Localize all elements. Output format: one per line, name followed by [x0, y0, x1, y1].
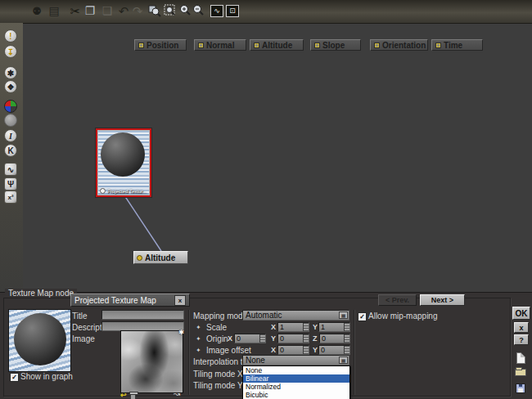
animated-star-icon: ✱	[178, 329, 184, 336]
dropdown-option-none[interactable]: None	[243, 366, 349, 374]
fork-node-icon[interactable]: Ψ	[4, 177, 17, 191]
node-type-icon	[254, 43, 259, 48]
left-sidebar: ! ↧ ✱ ❖ I K ∿ Ψ x²	[0, 23, 23, 292]
image-offset-x-input[interactable]: 0	[277, 345, 309, 355]
next-button[interactable]: Next >	[420, 294, 465, 306]
delete-image-icon[interactable]	[130, 393, 136, 399]
projected-texture-map-node[interactable]: Projected Textur...	[96, 128, 151, 197]
image-offset-label: Image offset	[206, 346, 251, 355]
list-icon[interactable]: ▤	[47, 3, 61, 18]
mapping-mode-select[interactable]: Automatic ▦	[242, 310, 349, 321]
node-preview-large	[8, 309, 71, 372]
axis-z-label: Z	[313, 334, 318, 343]
dropdown-button-icon[interactable]: ▦	[339, 356, 348, 364]
origin-x-input[interactable]: 0	[234, 334, 266, 343]
node-type-icon	[435, 43, 441, 48]
palette-button-orientation[interactable]: Orientation	[370, 39, 428, 51]
pick-node-icon[interactable]: ❖	[4, 80, 17, 93]
paste-icon[interactable]: ❏	[100, 3, 115, 18]
palette-button-normal[interactable]: Normal	[194, 39, 246, 51]
zoom-region-icon[interactable]	[163, 3, 178, 18]
cancel-button[interactable]: x	[514, 322, 529, 333]
open-file-icon[interactable]	[515, 369, 526, 376]
show-in-graph-label: Show in graph	[20, 372, 73, 381]
prev-button[interactable]: < Prev.	[378, 294, 417, 306]
fan-node-icon[interactable]: ✱	[4, 66, 17, 79]
origin-z-input[interactable]: 0	[319, 334, 350, 343]
dropdown-option-normalized[interactable]: Normalized	[243, 383, 349, 391]
axis-y-label: Y	[271, 334, 276, 343]
preview-sphere	[14, 313, 66, 365]
color-map-icon[interactable]	[4, 100, 17, 113]
tab-projected-texture-map[interactable]: Projected Texture Map x	[70, 294, 190, 307]
node-type-icon	[374, 43, 380, 48]
ok-button[interactable]: OK	[512, 307, 530, 320]
animate-spark-icon[interactable]: ✦	[196, 324, 201, 331]
zoom-all-icon[interactable]	[147, 3, 162, 18]
node-bullet-icon	[100, 188, 106, 194]
palette-button-altitude[interactable]: Altitude	[250, 39, 304, 51]
spinner[interactable]	[344, 323, 349, 331]
dropdown-option-bicubic[interactable]: Bicubic	[243, 391, 349, 399]
show-in-graph-checkbox[interactable]: ✓	[10, 373, 19, 382]
k-node-icon[interactable]: K	[4, 144, 17, 157]
tab-close-icon[interactable]: x	[174, 295, 186, 306]
redo-icon[interactable]: ↷	[130, 3, 145, 18]
animate-spark-icon[interactable]: ✦	[196, 347, 201, 354]
axis-x-label: X	[228, 334, 232, 343]
zoom-out-icon[interactable]	[191, 3, 205, 18]
filter-graph-icon[interactable]: ∿	[210, 3, 224, 18]
spinner[interactable]	[303, 334, 309, 343]
groupbox-label: Texture Map node	[5, 289, 77, 298]
scale-x-input[interactable]: 1	[277, 322, 309, 332]
image-label: Image	[72, 334, 95, 343]
spinner[interactable]	[344, 346, 349, 354]
copy-icon[interactable]: ❐	[83, 3, 97, 18]
image-offset-y-input[interactable]: 0	[318, 345, 350, 355]
image-thumbnail[interactable]: ✱	[120, 330, 183, 393]
spinner[interactable]	[303, 346, 309, 354]
axis-x-label: X	[271, 323, 276, 331]
dropdown-button-icon[interactable]: ▦	[339, 312, 348, 319]
undo-icon[interactable]: ↶	[116, 3, 131, 18]
drop-node-icon[interactable]: ↧	[4, 45, 17, 58]
node-type-icon	[198, 43, 204, 48]
allow-mip-mapping-checkbox[interactable]: ✓	[358, 312, 367, 321]
scale-y-input[interactable]: 1	[318, 322, 350, 332]
help-button[interactable]: ?	[514, 334, 529, 345]
origin-y-input[interactable]: 0	[277, 334, 309, 343]
properties-panel: Texture Map node Projected Texture Map x…	[0, 292, 532, 399]
new-file-icon[interactable]	[516, 352, 525, 364]
sphere-node-icon[interactable]	[4, 114, 17, 127]
save-file-icon[interactable]	[516, 383, 525, 393]
palette-button-position[interactable]: Position	[134, 39, 187, 51]
altitude-node[interactable]: Altitude	[133, 251, 188, 264]
palette-button-time[interactable]: Time	[431, 39, 483, 51]
filter-curve-icon[interactable]: ↝	[174, 389, 180, 398]
warning-node-icon[interactable]: !	[4, 29, 17, 43]
italic-i-node-icon[interactable]: I	[4, 129, 17, 142]
tiling-mode-y-label: Tiling mode Y	[193, 381, 243, 390]
x-squared-node-icon[interactable]: x²	[4, 191, 17, 204]
title-input[interactable]	[101, 310, 184, 320]
spinner[interactable]	[303, 323, 309, 331]
spinner[interactable]	[344, 334, 349, 343]
camera-lock-icon[interactable]: ⊡	[225, 3, 240, 18]
cut-icon[interactable]: ✂	[68, 3, 83, 18]
node-type-icon	[138, 43, 144, 48]
axis-x-label: X	[271, 346, 276, 354]
dropdown-option-bilinear[interactable]: Bilinear	[243, 374, 349, 383]
preview-sphere	[101, 132, 145, 177]
spinner[interactable]	[259, 334, 265, 343]
interpolation-type-select[interactable]: None ▦	[242, 355, 349, 365]
node-preview: Projected Textur...	[98, 131, 149, 195]
node-display-icon[interactable]: ⚉	[29, 3, 44, 18]
interpolation-dropdown-list: None Bilinear Normalized Bicubic	[242, 365, 350, 399]
animate-spark-icon[interactable]: ✦	[196, 335, 201, 343]
palette-button-slope[interactable]: Slope	[310, 39, 361, 51]
mapping-mode-label: Mapping mode	[193, 312, 247, 321]
altitude-node-icon	[137, 255, 142, 261]
divider	[354, 310, 354, 395]
wave-node-icon[interactable]: ∿	[4, 163, 17, 176]
load-image-icon[interactable]: ↩	[120, 391, 127, 399]
